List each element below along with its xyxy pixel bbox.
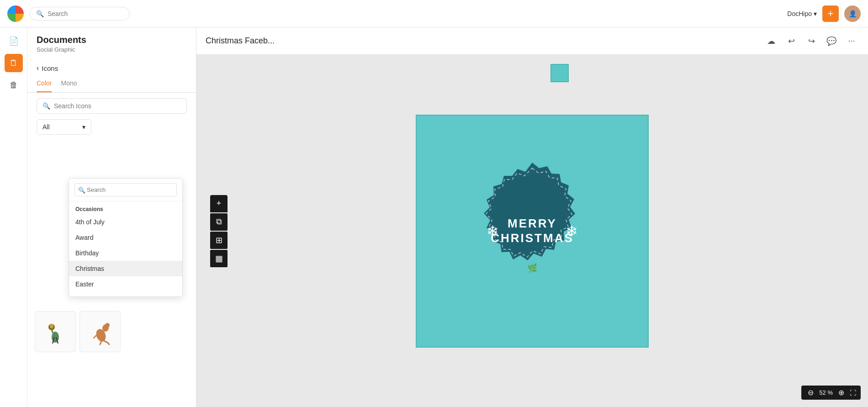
save-cloud-icon: ☁ bbox=[767, 36, 775, 46]
plus-icon: + bbox=[217, 199, 222, 208]
redo-button[interactable]: ↪ bbox=[804, 34, 819, 48]
zoom-value: 52 % bbox=[817, 389, 835, 396]
filter-dropdown: 🔍 Occasions 4th of July Award Birthday C… bbox=[69, 178, 183, 297]
toolbar-grid-button[interactable]: ⊞ bbox=[210, 232, 228, 249]
app-logo[interactable] bbox=[7, 5, 24, 22]
strip-document-icon[interactable]: 📄 bbox=[5, 32, 23, 50]
undo-button[interactable]: ↩ bbox=[784, 34, 799, 48]
content-area: Christmas Faceb... ☁ ↩ ↪ 💬 ··· bbox=[196, 27, 868, 407]
badge-snowflake-right-icon: ❄ bbox=[566, 222, 578, 240]
dropdown-items-list: 4th of July Award Birthday Christmas Eas… bbox=[69, 214, 182, 296]
save-cloud-button[interactable]: ☁ bbox=[764, 34, 778, 48]
back-arrow-icon: ‹ bbox=[37, 64, 39, 72]
strip-trash-icon[interactable]: 🗑 bbox=[5, 76, 23, 94]
more-button[interactable]: ··· bbox=[844, 34, 859, 48]
search-icons-box[interactable]: 🔍 bbox=[37, 98, 187, 114]
document-title: Christmas Faceb... bbox=[206, 36, 758, 46]
dropdown-item-easter[interactable]: Easter bbox=[69, 276, 182, 292]
filter-chevron-icon: ▾ bbox=[82, 123, 85, 131]
undo-icon: ↩ bbox=[788, 36, 795, 46]
zoom-out-button[interactable]: ⊖ bbox=[806, 387, 815, 398]
toolbar-barcode-button[interactable]: ▦ bbox=[210, 250, 228, 267]
icon-thumb-kangaroo[interactable] bbox=[79, 311, 121, 352]
left-panel: Documents Social Graphic ‹ Icons Color M… bbox=[27, 27, 196, 407]
badge-text-merry: MERRY bbox=[508, 217, 557, 231]
filter-label: All bbox=[42, 123, 50, 131]
brand-label: DocHipo bbox=[787, 10, 812, 17]
tab-mono[interactable]: Mono bbox=[61, 76, 77, 92]
canvas-design[interactable]: ❄ ❄ MERRY CHRISTMAS 🌿 bbox=[416, 115, 649, 348]
avatar[interactable]: 👤 bbox=[844, 5, 861, 22]
color-swatch[interactable] bbox=[550, 64, 569, 82]
badge-element[interactable]: ❄ ❄ MERRY CHRISTMAS 🌿 bbox=[459, 158, 605, 304]
zoom-bar: ⊖ 52 % ⊕ ⛶ bbox=[801, 386, 861, 400]
navbar-search-box[interactable]: 🔍 bbox=[29, 7, 130, 21]
dropdown-item-christmas[interactable]: Christmas bbox=[69, 261, 182, 276]
header-actions: ☁ ↩ ↪ 💬 ··· bbox=[764, 34, 859, 48]
toolbar-add-button[interactable]: + bbox=[210, 195, 228, 212]
redo-icon: ↪ bbox=[808, 36, 815, 46]
badge-snowflake-left-icon: ❄ bbox=[487, 222, 499, 240]
float-toolbar: + ⧉ ⊞ ▦ bbox=[210, 195, 228, 267]
svg-point-5 bbox=[50, 324, 53, 328]
dropdown-search-icon: 🔍 bbox=[78, 186, 85, 193]
badge-wreath-icon: 🌿 bbox=[527, 263, 537, 273]
main-area: 📄 🗒 🗑 Documents Social Graphic ‹ Icons C… bbox=[0, 27, 868, 407]
panel-header: Documents Social Graphic bbox=[27, 27, 196, 58]
icons-grid bbox=[27, 307, 196, 356]
back-to-icons[interactable]: ‹ Icons bbox=[27, 58, 196, 76]
panel-tabs: Color Mono bbox=[27, 76, 196, 93]
navbar-search-input[interactable] bbox=[48, 10, 123, 17]
filter-row: All ▾ bbox=[27, 119, 196, 138]
panel-title: Documents bbox=[37, 35, 187, 45]
comment-icon: 💬 bbox=[826, 36, 836, 46]
dropdown-section-label: Occasions bbox=[69, 201, 182, 214]
icon-strip: 📄 🗒 🗑 bbox=[0, 27, 27, 407]
tab-color[interactable]: Color bbox=[37, 76, 52, 92]
barcode-icon: ▦ bbox=[215, 254, 223, 264]
toolbar-copy-button[interactable]: ⧉ bbox=[210, 213, 228, 231]
brand-menu[interactable]: DocHipo ▾ bbox=[787, 10, 817, 17]
svg-point-8 bbox=[105, 323, 110, 328]
panel-subtitle: Social Graphic bbox=[37, 46, 187, 53]
brand-chevron-icon: ▾ bbox=[814, 10, 817, 17]
dropdown-item-award[interactable]: Award bbox=[69, 230, 182, 245]
dropdown-item-4th[interactable]: 4th of July bbox=[69, 214, 182, 230]
zoom-expand-button[interactable]: ⛶ bbox=[850, 389, 856, 396]
strip-template-icon[interactable]: 🗒 bbox=[5, 54, 23, 72]
badge-content: ❄ ❄ MERRY CHRISTMAS 🌿 bbox=[459, 158, 605, 304]
dropdown-search-wrap: 🔍 bbox=[74, 183, 177, 196]
zoom-in-button[interactable]: ⊕ bbox=[836, 387, 846, 398]
back-label: Icons bbox=[42, 64, 58, 72]
comment-button[interactable]: 💬 bbox=[824, 34, 839, 48]
search-icons-icon: 🔍 bbox=[42, 102, 50, 110]
grid-icon: ⊞ bbox=[216, 235, 222, 245]
filter-dropdown-trigger[interactable]: All ▾ bbox=[37, 119, 91, 135]
search-icons-input[interactable] bbox=[54, 102, 181, 110]
more-icon: ··· bbox=[848, 36, 855, 46]
add-button[interactable]: + bbox=[822, 5, 839, 22]
content-header: Christmas Faceb... ☁ ↩ ↪ 💬 ··· bbox=[196, 27, 868, 55]
dropdown-item-event[interactable]: Event bbox=[69, 292, 182, 296]
canvas-area[interactable]: + ⧉ ⊞ ▦ bbox=[196, 55, 868, 407]
dropdown-item-birthday[interactable]: Birthday bbox=[69, 245, 182, 261]
copy-icon: ⧉ bbox=[216, 217, 222, 227]
navbar: 🔍 DocHipo ▾ + 👤 bbox=[0, 0, 868, 27]
navbar-search-icon: 🔍 bbox=[36, 10, 44, 17]
dropdown-search-area: 🔍 bbox=[69, 179, 182, 201]
icon-thumb-ostrich[interactable] bbox=[35, 311, 76, 352]
badge-text-christmas: CHRISTMAS bbox=[491, 231, 574, 245]
dropdown-search-input[interactable] bbox=[74, 183, 177, 196]
search-icons-row: 🔍 bbox=[27, 93, 196, 119]
